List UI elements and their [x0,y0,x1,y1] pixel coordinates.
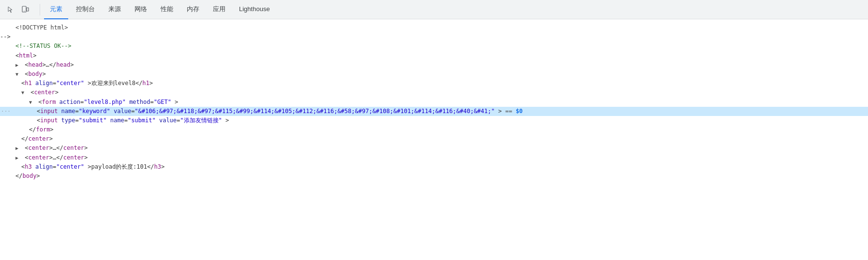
device-toggle-icon[interactable] [18,3,32,16]
code-line-1: <!DOCTYPE html> [0,23,868,32]
tab-memory[interactable]: 内存 [181,0,205,19]
code-line-6: <h1 align="center" >欢迎来到level8</h1> [0,79,868,88]
code-line-8: <form action="level8.php" method="GET" > [0,98,868,107]
tab-elements[interactable]: 元素 [44,0,68,19]
code-line-3: <html> [0,51,868,60]
code-line-5: <body> [0,70,868,79]
code-line-7: <center> [0,88,868,97]
svg-rect-1 [27,8,29,11]
tab-lighthouse[interactable]: Lighthouse [233,0,276,19]
code-line-16: </body> [0,172,868,181]
code-panel: <!DOCTYPE html> --> <!--STATUS OK--> <ht… [0,19,868,185]
code-line-9[interactable]: <input name="keyword" value="&#106;&#97;… [0,107,868,116]
toolbar-divider [40,4,40,15]
tab-performance[interactable]: 性能 [155,0,179,19]
tab-application[interactable]: 应用 [207,0,231,19]
collapse-body-triangle[interactable] [15,71,21,78]
icon-group [4,3,32,16]
inspect-element-icon[interactable] [4,3,17,16]
tab-sources[interactable]: 来源 [103,0,127,19]
collapse-center3-triangle[interactable] [15,154,21,162]
collapse-head-triangle[interactable] [15,61,21,69]
tab-console[interactable]: 控制台 [70,0,101,19]
code-line-2: <!--STATUS OK--> [0,42,868,51]
collapse-form-triangle[interactable] [29,99,35,106]
code-line-10: <input type="submit" name="submit" value… [0,116,868,125]
code-line-13: <center>…</center> [0,144,868,153]
collapse-center1-triangle[interactable] [21,89,27,97]
tab-network[interactable]: 网络 [129,0,153,19]
code-line-4: <head>…</head> [0,60,868,70]
svg-point-2 [24,11,24,11]
code-line-12: </center> [0,134,868,144]
code-line-11: </form> [0,125,868,134]
devtools-toolbar: 元素 控制台 来源 网络 性能 内存 应用 Lighthouse [0,0,868,19]
collapse-center2-triangle[interactable] [15,144,21,152]
code-line-14: <center>…</center> [0,153,868,162]
code-line-15: <h3 align="center" >payload的长度:101</h3> [0,162,868,172]
